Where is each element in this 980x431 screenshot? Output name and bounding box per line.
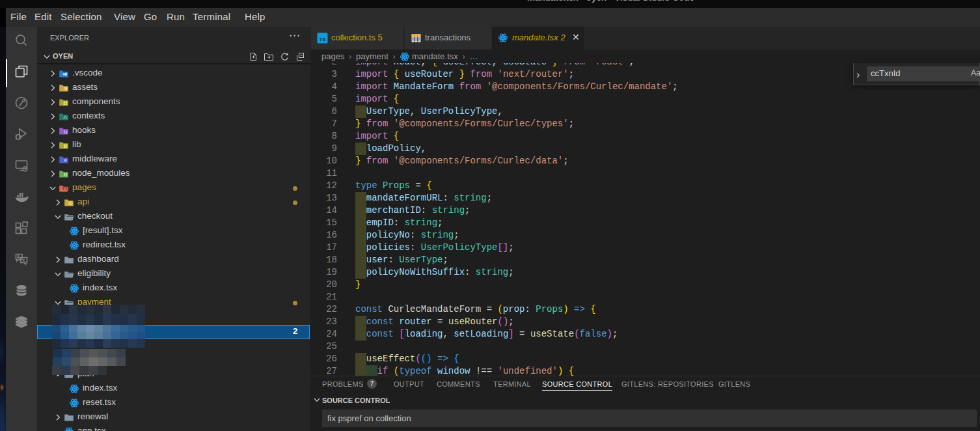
svg-text:x: x [22,258,25,262]
svg-text:A: A [17,255,20,259]
svg-text:TS: TS [320,36,327,42]
